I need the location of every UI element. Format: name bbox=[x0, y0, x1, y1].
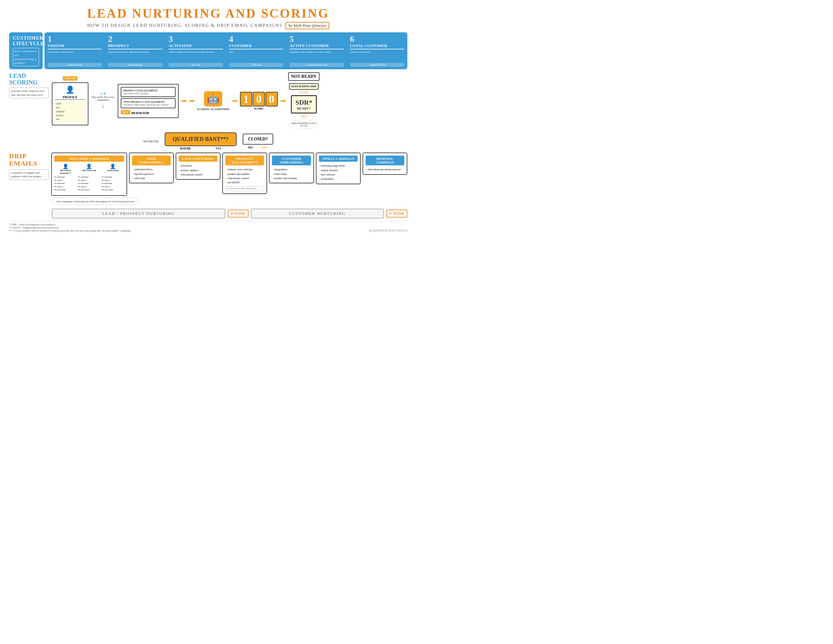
main-title: LEAD NURTURING AND SCORING bbox=[9, 6, 407, 21]
persona-name-1: INFLUENCER bbox=[78, 169, 101, 175]
user-nurturing-box: USER NURTURING newsletterproduct updates… bbox=[175, 153, 220, 180]
bant-section: NO/NEVER QUALIFIED BANT**? MAYBE YES CLO… bbox=[9, 132, 407, 150]
sdr-footnote: * SDR – sales development representative bbox=[9, 223, 130, 226]
customer-nurturing-zone-label: CUSTOMER NURTURING bbox=[251, 209, 384, 219]
welcome-personas: 👤 DECISION MAKER*** #1 welcome #2 value … bbox=[54, 164, 124, 192]
drip-emails-label: DRIP EMAILS constantly re-engage your au… bbox=[9, 153, 49, 180]
persona-icon-1: 👤 bbox=[78, 164, 101, 169]
list-item: industry news and tips bbox=[226, 167, 264, 171]
renewal-campaign-title: RENEWAL CAMPAIGN bbox=[365, 156, 404, 165]
behavior-label: BEHAVIOR bbox=[132, 111, 149, 115]
author-box: by MyK Pono @myxys bbox=[285, 22, 329, 29]
welcome-campaign-title: WELCOME CAMPAIGN bbox=[54, 156, 124, 162]
list-item: notifying usage limits bbox=[320, 164, 358, 168]
c-zone-label: C ZONE bbox=[386, 209, 407, 217]
step-desc-4: pays bbox=[229, 50, 283, 54]
profile-label: PROFILE bbox=[55, 95, 85, 100]
welcome-campaign-box: WELCOME CAMPAIGN 👤 DECISION MAKER*** #1 … bbox=[51, 153, 127, 196]
list-item: feature benefits bbox=[320, 168, 358, 172]
footer: * SDR – sales development representative… bbox=[9, 221, 407, 232]
score-section: 100 SCORE bbox=[240, 92, 278, 110]
lifecycle-section: CUSTOMER LIFECYCLE how customers are exp… bbox=[9, 32, 407, 69]
buy-badge: BUY bbox=[121, 110, 130, 114]
lifecycle-step-6: 6 LOYAL CUSTOMER renews, buys more refer… bbox=[347, 32, 407, 69]
subtitle: HOW TO DESIGN LEAD NURTURING, SCORING & … bbox=[87, 23, 282, 28]
step-desc-2: expressed interest, sign up, download bbox=[108, 50, 162, 54]
user-onboarding-box: USER ONBOARDING unfinished flowstips/bes… bbox=[129, 153, 174, 184]
score-label: SCORE bbox=[254, 107, 264, 110]
persona-name-0: DECISION MAKER*** bbox=[54, 169, 77, 175]
list-item: new releases bbox=[320, 172, 358, 177]
scoring-algorithms-label: SCORING ALGORITHMS bbox=[197, 108, 230, 111]
lifecycle-steps: 1 VISITOR visits site or application con… bbox=[45, 32, 407, 69]
lifecycle-step-1: 1 VISITOR visits site or application con… bbox=[45, 32, 105, 69]
upsell-campaign-box: UPSELL CAMPAIGN notifying usage limitsfe… bbox=[316, 153, 361, 184]
score-digit-0: 1 bbox=[240, 92, 252, 106]
drip-emails-icon: 📧 👁 bbox=[100, 92, 106, 95]
step-rate-2: activation rate bbox=[108, 63, 162, 67]
persona-icon-0: 👤 bbox=[54, 164, 77, 169]
step-name-3: ACTIVATED bbox=[169, 43, 223, 50]
list-item: product tips/updates bbox=[226, 172, 264, 176]
list-item: promotions bbox=[320, 177, 358, 181]
product-engagement-title: PRODUCT ENGAGEMENT bbox=[124, 89, 173, 92]
list-item: unfinished flows bbox=[133, 167, 171, 171]
profile-person-icon: 👤 bbox=[55, 85, 85, 94]
list-item: educational content bbox=[226, 176, 264, 180]
user-onboarding-title: USER ONBOARDING bbox=[132, 156, 171, 165]
lifecycle-sublabel: how customers are experiencing a product bbox=[13, 48, 39, 66]
lifecycle-step-4: 4 CUSTOMER pays DAU rate bbox=[226, 32, 286, 69]
drip-emails-desc: constantly re-engage your audience with … bbox=[9, 169, 49, 180]
drip-emails-title: DRIP EMAILS bbox=[9, 153, 49, 167]
step-name-6: LOYAL CUSTOMER bbox=[350, 43, 404, 50]
step-num-4: 4 bbox=[229, 35, 283, 43]
product-engagement-box: PRODUCT ENGAGEMENT interaction with a pr… bbox=[121, 87, 175, 97]
lead-nurturing-zone-label: LEAD / PROSPECT NURTURING bbox=[52, 209, 225, 219]
step-name-2: PROSPECT bbox=[108, 43, 162, 50]
upsell-campaign-title: UPSELL CAMPAIGN bbox=[319, 156, 358, 162]
persona-col-1: 👤 INFLUENCER #1 welcome #2 value 1 #3 ti… bbox=[78, 164, 101, 192]
profile-fields: email title company location size bbox=[55, 101, 85, 122]
lead-scoring-desc: prioritize leads, improve close rate, de… bbox=[9, 87, 49, 98]
p-zone-tag: P ZONE bbox=[299, 91, 309, 94]
step-desc-3: value is delivered, level of usage reach… bbox=[169, 50, 223, 54]
score-display: 100 bbox=[240, 92, 278, 106]
scoring-box: 🤖 SCORING ALGORITHMS bbox=[197, 91, 230, 111]
robot-icon: 🤖 bbox=[204, 91, 222, 106]
list-item: integrations bbox=[273, 167, 311, 171]
step-rate-6: referrals & NPS bbox=[350, 63, 404, 67]
renewal-list: alert about upcoming renewal bbox=[365, 167, 404, 171]
list-item: alert about upcoming renewal bbox=[366, 167, 404, 171]
bant-footnote: ** BANT – budget/authority/need/timefram… bbox=[9, 226, 130, 229]
behavior-box: PRODUCT ENGAGEMENT interaction with a pr… bbox=[118, 84, 178, 118]
product-engagement-campaign-title: PRODUCT ENGAGEMENT bbox=[225, 156, 264, 165]
zone-row: LEAD / PROSPECT NURTURING P ZONE CUSTOME… bbox=[52, 209, 407, 219]
flow-right-arrow3: ➡ bbox=[232, 97, 238, 105]
step-num-6: 6 bbox=[350, 35, 404, 43]
lifecycle-step-5: 5 ACTIVE CUSTOMER regularly uses product… bbox=[286, 32, 347, 69]
step-desc-5: regularly uses product, receives value bbox=[289, 50, 344, 54]
lifecycle-step-3: 3 ACTIVATED value is delivered, level of… bbox=[166, 32, 226, 69]
signup-badge: SIGN UP bbox=[63, 76, 77, 80]
list-item: offer help bbox=[133, 176, 171, 180]
drip-desc-label: Drip emails drive more engagement bbox=[91, 96, 115, 101]
customer-onboarding-title: CUSTOMER ONBOARDING bbox=[272, 156, 311, 165]
step-rate-3: close rate bbox=[169, 63, 223, 67]
flow-right-arrow4: ➡ bbox=[280, 97, 286, 105]
step-num-1: 1 bbox=[48, 35, 102, 43]
upsell-list: notifying usage limitsfeature benefitsne… bbox=[319, 164, 358, 181]
step-num-2: 2 bbox=[108, 35, 162, 43]
non-product-engagement-box: NON-PRODUCT ENGAGEMENT download white pa… bbox=[121, 98, 175, 108]
flow-right-arrow2: ➡ bbox=[189, 97, 195, 105]
renewal-campaign-box: RENEWAL CAMPAIGN alert about upcoming re… bbox=[363, 153, 407, 174]
closed-box: CLOSED? bbox=[243, 134, 273, 145]
step-rate-5: % renewal, churn rate bbox=[289, 63, 344, 67]
non-product-sub: download white paper, check pricing, web… bbox=[124, 103, 173, 106]
drip-arrow: 📧 👁 Drip emails drive more engagement ↓ bbox=[91, 92, 115, 109]
persona-icon-2: 👤 bbox=[101, 164, 124, 169]
list-item: product tips/training bbox=[273, 176, 311, 180]
lead-scoring-title: LEAD SCORING bbox=[9, 72, 49, 86]
persona-col-0: 👤 DECISION MAKER*** #1 welcome #2 value … bbox=[54, 164, 77, 192]
step-name-5: ACTIVE CUSTOMER bbox=[289, 43, 344, 50]
keep-drip-box: KEEP SENDING DRIP bbox=[289, 83, 318, 90]
